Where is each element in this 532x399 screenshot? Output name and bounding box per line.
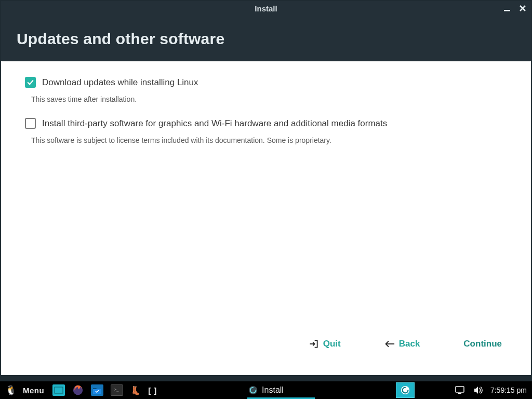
option-download-updates-desc: This saves time after installation. [31,95,507,103]
running-app-icon [401,385,410,395]
close-button[interactable] [517,3,528,14]
option-thirdparty-row[interactable]: Install third-party software for graphic… [25,118,507,129]
taskbar-clock[interactable]: 7:59:15 pm [490,386,527,394]
folder-icon [91,384,103,396]
installer-icon [248,385,258,395]
terminal-icon: >_ [111,384,123,396]
brackets-launcher[interactable]: [ ] [146,383,159,397]
show-desktop-button[interactable] [50,383,67,397]
files-launcher[interactable] [89,383,105,397]
svg-rect-0 [504,10,510,11]
active-task-label: Install [262,385,284,395]
display-icon [455,386,464,394]
back-button[interactable]: Back [384,339,420,349]
page-header: Updates and other software [1,16,531,61]
taskbar-running-app[interactable] [396,382,415,398]
installer-window: Install Updates and other software Downl… [1,1,531,375]
svg-text:>_: >_ [114,388,119,392]
taskbar-active-task[interactable]: Install [243,381,289,399]
checkbox-thirdparty[interactable] [25,118,36,129]
tray-display[interactable] [453,383,467,397]
titlebar: Install [1,1,531,16]
firefox-icon [72,384,84,396]
quit-button[interactable]: Quit [309,339,341,349]
checkbox-download-updates[interactable] [25,77,36,88]
option-thirdparty-desc: This software is subject to license term… [31,136,507,144]
option-download-updates-label: Download updates while installing Linux [42,77,198,88]
penguin-icon: 🐧 [5,384,17,396]
continue-button[interactable]: Continue [463,339,502,349]
firefox-launcher[interactable] [70,383,86,397]
terminal-launcher[interactable]: >_ [109,383,125,397]
svg-rect-7 [456,387,464,392]
menu-launcher[interactable]: 🐧 [3,383,19,397]
wizard-footer: Quit Back Continue [25,339,507,365]
quit-label: Quit [323,339,341,349]
misc-launcher[interactable]: 👢 [128,383,143,397]
taskbar-right: 7:59:15 pm [453,383,532,397]
brackets-label: [ ] [148,386,157,395]
option-download-updates: Download updates while installing Linux … [25,77,507,103]
window-controls [502,1,528,16]
svg-rect-8 [458,393,461,394]
volume-icon [474,386,483,394]
page-title: Updates and other software [17,30,515,48]
arrow-left-icon [384,340,395,348]
option-thirdparty-label: Install third-party software for graphic… [42,118,387,129]
minimize-button[interactable] [502,3,512,14]
content-spacer [25,159,507,339]
taskbar-left: 🐧 Menu >_ 👢 [ ] [0,383,159,397]
option-download-updates-row[interactable]: Download updates while installing Linux [25,77,507,88]
back-label: Back [399,339,420,349]
option-thirdparty: Install third-party software for graphic… [25,118,507,144]
exit-icon [309,339,319,349]
window-title: Install [255,4,277,13]
boot-icon: 👢 [130,385,141,395]
svg-rect-1 [54,387,63,394]
desktop-icon [52,384,65,396]
continue-label: Continue [463,339,502,349]
tray-volume[interactable] [472,383,485,397]
menu-label[interactable]: Menu [22,383,47,397]
taskbar: 🐧 Menu >_ 👢 [ ] [0,381,532,399]
content-area: Download updates while installing Linux … [1,61,531,375]
